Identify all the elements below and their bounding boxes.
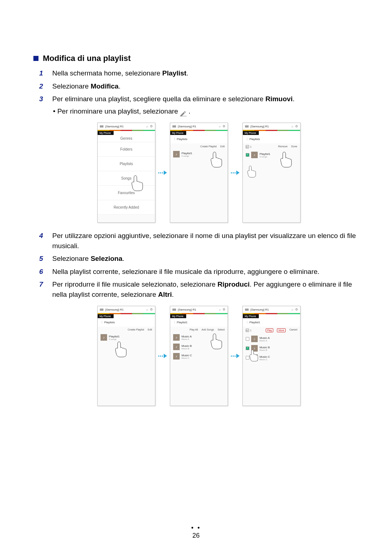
search-icon[interactable]: ⌕ [146, 308, 148, 311]
music-note-icon: ♪ [173, 334, 180, 341]
phone-screenshot-a: [Samsung] R1 ⌕ ⚙ My Phone Genres Folders… [97, 123, 155, 223]
device-title: [Samsung] R1 [178, 125, 219, 128]
phone-header: [Samsung] R1 ⌕⚙ [170, 306, 228, 313]
chevron-left-icon: 〈 [100, 320, 103, 324]
music-note-icon: ♪ [173, 344, 180, 350]
track-item[interactable]: ♪Music BMusic B [170, 342, 228, 352]
page-number: 26 [0, 532, 392, 539]
phone-header: [Samsung] R1 ⌕⚙ [98, 306, 155, 313]
search-icon[interactable]: ⌕ [146, 124, 148, 128]
sub-text: Per rinominare una playlist, selezionare [57, 107, 180, 115]
edit-link[interactable]: Edit [148, 328, 152, 331]
device-title: [Samsung] R1 [105, 308, 146, 311]
cancel-link[interactable]: Cancel [289, 328, 297, 332]
menu-icon[interactable] [172, 309, 176, 311]
checkbox-icon[interactable] [246, 356, 249, 360]
nav-label: Playlist1 [249, 321, 260, 324]
menu-icon[interactable] [245, 126, 249, 127]
item-sub: Music B [181, 348, 192, 350]
playlist-item[interactable]: ♪ Playlist13 songs [170, 149, 228, 159]
source-tab[interactable]: My Phone [170, 314, 186, 318]
music-note-icon: ♪ [101, 334, 107, 341]
menu-playlists[interactable]: Playlists [98, 157, 155, 171]
settings-icon[interactable]: ⚙ [295, 124, 298, 128]
step-post: . [122, 255, 124, 262]
play-button[interactable]: Play [266, 328, 274, 332]
source-tab[interactable]: My Phone [243, 314, 259, 318]
item-sub: Music A [181, 338, 192, 340]
pencil-icon [180, 109, 187, 114]
checkbox-icon[interactable] [246, 153, 249, 157]
checkbox-icon[interactable] [246, 346, 249, 350]
step-text: Nella playlist corrente, selezionare il … [52, 267, 359, 277]
create-playlist-link[interactable]: Create Playlist [200, 145, 217, 148]
search-icon[interactable]: ⌕ [291, 308, 293, 311]
select-link[interactable]: Select [218, 328, 225, 331]
source-tab[interactable]: My Phone [98, 314, 114, 318]
nav-back[interactable]: 〈Playlists [170, 135, 228, 143]
menu-songs[interactable]: Songs [98, 171, 155, 186]
search-icon[interactable]: ⌕ [291, 124, 293, 128]
nav-back[interactable]: 〈Playlists [98, 318, 155, 327]
track-item[interactable]: ♪Music CMusic C [170, 352, 228, 361]
chevron-left-icon: 〈 [172, 137, 175, 141]
track-item[interactable]: ♪Music BMusic B [243, 344, 300, 353]
item-sub: Music C [181, 357, 192, 359]
source-tab[interactable]: My Phone [170, 131, 186, 135]
play-all-link[interactable]: Play All [189, 328, 198, 331]
select-all-checkbox[interactable] [246, 145, 249, 148]
track-item[interactable]: ♪Music AMusic A [243, 334, 300, 344]
count-value: 1 [250, 145, 252, 148]
menu-recently[interactable]: Recently Added [98, 200, 155, 215]
step-2: 2 Selezionare Modifica. [39, 81, 359, 91]
checkbox-icon[interactable] [246, 337, 249, 341]
playlist-item[interactable]: ♪ Playlist13 songs [98, 333, 155, 342]
menu-favourites[interactable]: Favourites [98, 186, 155, 200]
sub-period: . [188, 107, 190, 115]
heading-text: Modifica di una playlist [43, 54, 131, 63]
item-title: Music C [260, 355, 270, 358]
step-bold: Riproduci [217, 280, 250, 288]
settings-icon[interactable]: ⚙ [295, 308, 298, 311]
source-tab[interactable]: My Phone [98, 131, 114, 135]
step-text: Selezionare Seleziona. [52, 254, 359, 264]
menu-icon[interactable] [172, 126, 176, 127]
select-all-checkbox[interactable] [246, 329, 249, 332]
menu-icon[interactable] [100, 309, 103, 311]
device-title: [Samsung] R1 [250, 125, 291, 128]
phone-header: [Samsung] R1 ⌕⚙ [243, 306, 300, 313]
step-7: 7 Per riprodurre il file musicale selezi… [39, 279, 359, 299]
add-songs-link[interactable]: Add Songs [201, 328, 214, 331]
done-link[interactable]: Done [291, 145, 297, 148]
nav-label: Playlist1 [177, 321, 188, 324]
create-playlist-link[interactable]: Create Playlist [128, 328, 144, 331]
menu-icon[interactable] [100, 126, 103, 127]
menu-icon[interactable] [245, 309, 249, 311]
settings-icon[interactable]: ⚙ [222, 308, 225, 311]
settings-icon[interactable]: ⚙ [150, 308, 153, 311]
source-tab[interactable]: My Phone [243, 131, 259, 135]
nav-back[interactable]: 〈Playlist1 [170, 318, 228, 327]
track-item[interactable]: ♪Music CMusic C [243, 353, 300, 362]
music-note-icon: ♪ [251, 354, 258, 361]
item-title: Music A [181, 335, 192, 338]
menu-folders[interactable]: Folders [98, 142, 155, 157]
settings-icon[interactable]: ⚙ [222, 124, 225, 128]
item-title: Playlist1 [260, 152, 270, 156]
edit-link[interactable]: Edit [220, 145, 225, 148]
nav-back[interactable]: 〈Playlist1 [243, 318, 300, 327]
nav-back[interactable]: 〈Playlists [243, 135, 300, 143]
action-row: Create Playlist Edit [98, 327, 155, 333]
remove-link[interactable]: Remove [278, 145, 287, 148]
more-button[interactable]: More [277, 328, 286, 332]
step-5: 5 Selezionare Seleziona. [39, 254, 359, 264]
playlist-item[interactable]: ♪ Playlist13 songs [243, 150, 300, 160]
device-title: [Samsung] R1 [250, 308, 291, 311]
search-icon[interactable]: ⌕ [219, 124, 221, 128]
menu-genres[interactable]: Genres [98, 135, 155, 142]
search-icon[interactable]: ⌕ [219, 308, 221, 311]
item-title: Music B [260, 346, 270, 349]
phone-header: [Samsung] R1 ⌕ ⚙ [98, 123, 155, 130]
settings-icon[interactable]: ⚙ [150, 124, 153, 128]
track-item[interactable]: ♪Music AMusic A [170, 333, 228, 342]
